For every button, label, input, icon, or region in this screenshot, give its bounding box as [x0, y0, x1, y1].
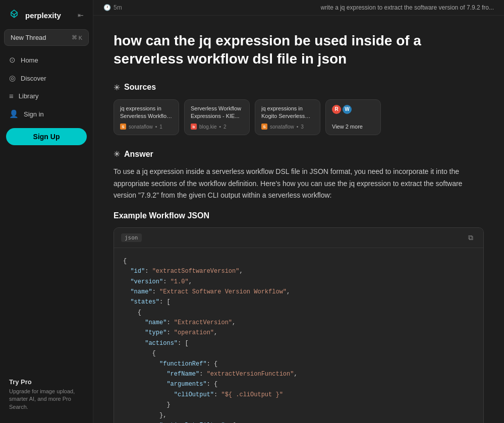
discover-label: Discover	[21, 75, 46, 82]
query-preview: write a jq expression to extract the sof…	[321, 4, 494, 11]
sidebar: perplexity ⇤ New Thread ⌘ K ⊙ Home ◎ Dis…	[0, 0, 93, 423]
view-more-label: View 2 more	[332, 124, 374, 130]
collapse-sidebar-button[interactable]: ⇤	[76, 10, 86, 20]
copy-code-button[interactable]: ⧉	[465, 232, 476, 244]
library-icon: ≡	[9, 92, 14, 100]
sources-grid: jq expressions in Serverless Workflow -.…	[114, 99, 484, 136]
answer-header: ✳ Answer	[114, 149, 484, 159]
home-icon: ⊙	[9, 55, 16, 65]
answer-title: Answer	[124, 150, 153, 159]
home-label: Home	[21, 56, 38, 64]
source-meta-3: S sonataflow • 3	[261, 124, 314, 130]
extra-favicon-2: W	[343, 105, 352, 114]
view-more-card[interactable]: R W View 2 more	[325, 99, 381, 136]
sign-in-label: Sign in	[24, 110, 44, 118]
library-label: Library	[19, 92, 39, 100]
source-site-2: blog.kie	[199, 124, 216, 130]
main-content: 🕐 5m write a jq expression to extract th…	[93, 0, 504, 423]
sign-up-button[interactable]: Sign Up	[6, 128, 87, 145]
sources-header: ✳ Sources	[114, 83, 484, 92]
source-site-3: sonataflow	[270, 124, 294, 130]
content-area: how can the jq expression be used inside…	[93, 16, 504, 423]
discover-icon: ◎	[9, 74, 16, 83]
page-title: how can the jq expression be used inside…	[114, 32, 484, 69]
source-card-3[interactable]: jq expressions in Kogito Serverless Work…	[255, 99, 320, 136]
code-block-wrapper: json ⧉ { "id": "extractSoftwareVersion",…	[114, 227, 484, 423]
source-count-1: 1	[159, 124, 162, 130]
try-pro-desc: Upgrade for image upload, smarter AI, an…	[9, 388, 84, 411]
source-meta-1: S sonataflow • 1	[120, 124, 173, 130]
sidebar-item-home[interactable]: ⊙ Home	[4, 52, 89, 68]
answer-text: To use a jq expression inside a serverle…	[114, 166, 484, 201]
source-count-3: 3	[301, 124, 304, 130]
sign-in-item[interactable]: 👤 Sign in	[4, 106, 89, 122]
code-block: { "id": "extractSoftwareVersion", "versi…	[114, 248, 483, 423]
extra-favicon-1: R	[332, 105, 341, 114]
sidebar-item-discover[interactable]: ◎ Discover	[4, 70, 89, 86]
try-pro-title: Try Pro	[9, 378, 84, 386]
source-favicon-1: S	[120, 124, 126, 130]
keyboard-hint: ⌘ K	[72, 34, 82, 41]
try-pro-box: Try Pro Upgrade for image upload, smarte…	[6, 376, 87, 413]
perplexity-logo-icon	[7, 8, 21, 22]
sidebar-item-library[interactable]: ≡ Library	[4, 88, 89, 104]
sources-title: Sources	[124, 83, 156, 92]
time-indicator: 🕐 5m	[103, 4, 122, 11]
source-site-1: sonataflow	[129, 124, 153, 130]
time-label: 5m	[114, 4, 122, 11]
logo-text: perplexity	[25, 11, 61, 20]
source-card-2[interactable]: Serverless Workflow Expressions - KIE...…	[184, 99, 250, 136]
view-more-icons: R W	[332, 105, 374, 114]
source-title-2: Serverless Workflow Expressions - KIE...	[191, 105, 243, 120]
example-title: Example Workflow JSON	[114, 211, 484, 220]
answer-icon: ✳	[114, 149, 120, 159]
sidebar-bottom: Try Pro Upgrade for image upload, smarte…	[4, 372, 89, 417]
clock-icon: 🕐	[103, 4, 111, 11]
source-favicon-2: b	[191, 124, 197, 130]
source-favicon-3: S	[261, 124, 267, 130]
code-block-header: json ⧉	[114, 228, 483, 248]
top-bar: 🕐 5m write a jq expression to extract th…	[93, 0, 504, 16]
source-count-2: 2	[223, 124, 227, 130]
source-meta-2: b blog.kie • 2	[191, 124, 243, 130]
new-thread-button[interactable]: New Thread ⌘ K	[4, 29, 89, 46]
code-lang-badge: json	[121, 233, 142, 242]
sidebar-header: perplexity ⇤	[4, 6, 89, 27]
source-title-3: jq expressions in Kogito Serverless Work…	[261, 105, 314, 120]
source-card-1[interactable]: jq expressions in Serverless Workflow -.…	[114, 99, 179, 136]
answer-section: ✳ Answer To use a jq expression inside a…	[114, 149, 484, 423]
user-icon: 👤	[9, 109, 19, 118]
source-title-1: jq expressions in Serverless Workflow -.…	[120, 105, 173, 120]
sources-icon: ✳	[114, 83, 120, 92]
logo-area: perplexity	[7, 8, 61, 22]
